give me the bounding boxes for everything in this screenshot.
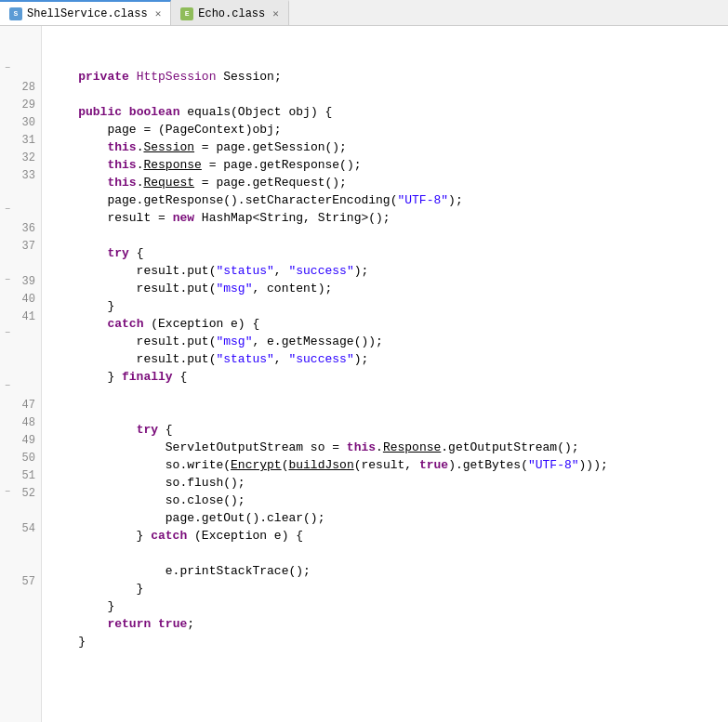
line-number: 32 <box>15 150 41 167</box>
line-number: 41 <box>15 308 41 326</box>
code-line: result.put("msg", e.getMessage()); <box>49 333 728 350</box>
gutter-row: 54 <box>0 520 41 538</box>
code-line: try { <box>49 244 728 262</box>
collapse-icon <box>0 220 15 222</box>
gutter-row <box>0 538 41 556</box>
collapse-icon <box>0 150 15 151</box>
gutter-row: 33 <box>0 167 41 185</box>
code-line: } catch (Exception e) { <box>49 527 728 545</box>
collapse-icon <box>0 256 15 257</box>
collapse-icon <box>0 291 15 293</box>
editor-container: −282930313233−3637−394041−−4748495051−52… <box>0 26 728 722</box>
gutter-row: 41 <box>0 308 41 326</box>
tab-shellservice[interactable]: S ShellService.class ✕ <box>0 0 171 25</box>
collapse-icon <box>0 308 15 310</box>
line-number: 30 <box>15 114 41 132</box>
collapse-icon[interactable]: − <box>0 485 15 497</box>
line-number: 47 <box>15 397 41 414</box>
gutter-row <box>0 556 41 573</box>
gutter-row <box>0 26 41 44</box>
line-number: 51 <box>15 467 41 485</box>
tab-shellservice-label: ShellService.class <box>27 7 148 20</box>
collapse-icon <box>0 503 15 505</box>
collapse-icon <box>0 397 15 399</box>
code-line: result = new HashMap<String, String>(); <box>49 209 728 227</box>
line-number: 54 <box>15 520 41 538</box>
line-number: 37 <box>15 238 41 256</box>
line-number: 39 <box>15 273 41 291</box>
code-line: result.put("status", "success"); <box>49 350 728 368</box>
collapse-icon <box>0 238 15 240</box>
tab-shellservice-close[interactable]: ✕ <box>155 7 162 20</box>
tab-echo-label: Echo.class <box>198 7 265 20</box>
gutter-row: 36 <box>0 220 41 238</box>
line-number: 31 <box>15 132 41 150</box>
line-number: 36 <box>15 220 41 238</box>
gutter-row <box>0 344 41 361</box>
gutter-row: 47 <box>0 397 41 414</box>
code-line: this.Response = page.getResponse(); <box>49 156 728 174</box>
code-line: catch (Exception e) { <box>49 315 728 333</box>
gutter-row <box>0 256 41 273</box>
collapse-icon[interactable]: − <box>0 273 15 285</box>
collapse-icon <box>0 44 15 46</box>
code-line <box>49 85 728 103</box>
collapse-icon <box>0 79 15 81</box>
line-number: 57 <box>15 573 41 591</box>
collapse-icon <box>0 361 15 363</box>
gutter-row: − <box>0 203 41 220</box>
code-line: } finally { <box>49 368 728 386</box>
code-line: e.printStackTrace(); <box>49 562 728 580</box>
gutter-row: − <box>0 379 41 397</box>
gutter-row <box>0 185 41 203</box>
gutter-row: 37 <box>0 238 41 256</box>
collapse-icon <box>0 556 15 558</box>
collapse-icon[interactable]: − <box>0 203 15 215</box>
code-line: result.put("status", "success"); <box>49 262 728 280</box>
collapse-icon <box>0 538 15 540</box>
tab-shellservice-icon: S <box>9 7 22 20</box>
gutter-row: 28 <box>0 79 41 97</box>
code-line: so.write(Encrypt(buildJson(result, true)… <box>49 456 728 474</box>
line-number: 40 <box>15 291 41 308</box>
collapse-icon <box>0 520 15 522</box>
code-line: page = (PageContext)obj; <box>49 121 728 138</box>
collapse-icon[interactable]: − <box>0 379 15 391</box>
gutter-row: 48 <box>0 414 41 432</box>
code-line: result.put("msg", content); <box>49 280 728 297</box>
collapse-icon <box>0 167 15 169</box>
code-line: } <box>49 633 728 650</box>
code-line: page.getResponse().setCharacterEncoding(… <box>49 191 728 209</box>
collapse-icon <box>0 591 15 593</box>
line-number: 52 <box>15 485 41 503</box>
tab-bar: S ShellService.class ✕ E Echo.class ✕ <box>0 0 728 26</box>
gutter-row: 57 <box>0 573 41 591</box>
gutter-row: 30 <box>0 114 41 132</box>
code-line: this.Request = page.getRequest(); <box>49 174 728 191</box>
gutter-row: 29 <box>0 97 41 114</box>
tab-echo-icon: E <box>180 7 193 20</box>
gutter-row: 40 <box>0 291 41 308</box>
code-line: } <box>49 597 728 615</box>
tab-echo[interactable]: E Echo.class ✕ <box>171 0 289 25</box>
tab-echo-close[interactable]: ✕ <box>272 7 279 20</box>
code-area[interactable]: private HttpSession Session; public bool… <box>42 26 728 722</box>
collapse-icon <box>0 114 15 116</box>
line-number: 33 <box>15 167 41 185</box>
gutter-row: 49 <box>0 432 41 450</box>
code-line: ServletOutputStream so = this.Response.g… <box>49 439 728 456</box>
code-line: } <box>49 297 728 315</box>
gutter-row: −52 <box>0 485 41 503</box>
gutter-row: −39 <box>0 273 41 291</box>
gutter-row: 50 <box>0 450 41 467</box>
gutter-row <box>0 361 41 379</box>
code-line: try { <box>49 421 728 439</box>
code-line <box>49 403 728 421</box>
code-line: } <box>49 580 728 597</box>
collapse-icon[interactable]: − <box>0 326 15 338</box>
gutter-row <box>0 503 41 520</box>
code-line <box>49 545 728 562</box>
code-line: this.Session = page.getSession(); <box>49 138 728 156</box>
collapse-icon[interactable]: − <box>0 61 15 73</box>
code-line <box>49 386 728 403</box>
